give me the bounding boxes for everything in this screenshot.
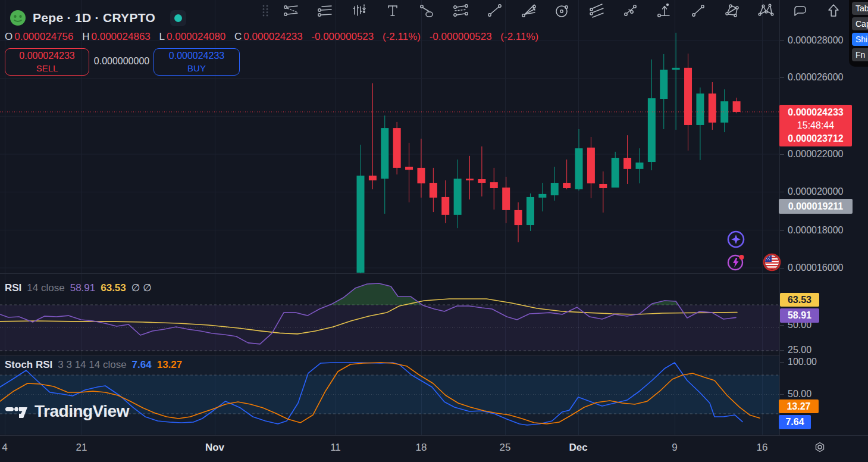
candle[interactable] <box>563 183 571 188</box>
pane-separator-stoch[interactable] <box>0 355 868 356</box>
candle[interactable] <box>599 184 607 188</box>
axis-tick-label: 50.00 <box>788 388 811 400</box>
keyboard-key-fn[interactable]: Fn <box>852 48 868 61</box>
trend-line-icon[interactable] <box>486 2 503 19</box>
buy-button[interactable]: 0.000024233 BUY <box>153 48 240 76</box>
lightning-alerts-icon[interactable] <box>726 252 745 271</box>
tradingview-logo-icon <box>5 403 30 420</box>
crossed-trends-icon[interactable] <box>622 2 638 19</box>
parallel-channel-icon[interactable] <box>452 2 469 19</box>
market-status-button[interactable] <box>170 10 186 26</box>
time-axis-settings-gear-icon[interactable] <box>813 441 827 455</box>
ohlc-l-value: 0.000024080 <box>167 31 225 42</box>
candle[interactable] <box>430 183 437 198</box>
stoch-d-value: 13.27 <box>157 359 183 371</box>
candle[interactable] <box>490 182 498 188</box>
candle[interactable] <box>612 158 619 188</box>
text-tool-icon[interactable] <box>384 2 401 19</box>
candle[interactable] <box>478 179 485 183</box>
rsi-title: RSI <box>5 282 21 294</box>
candle[interactable] <box>660 70 668 99</box>
candle[interactable] <box>502 188 510 210</box>
candle[interactable] <box>381 128 388 179</box>
tradingview-watermark[interactable]: TradingView <box>5 402 129 421</box>
time-tick-label: 9 <box>672 442 677 454</box>
pane-separator-rsi[interactable] <box>0 273 868 274</box>
symbol-title[interactable]: Pepe · 1D · CRYPTO <box>33 11 155 25</box>
ohlc-row: O0.000024756 H0.000024863 L0.000024080 C… <box>5 31 544 43</box>
ohlc-o-label: O <box>5 31 12 42</box>
keyboard-key-tab[interactable]: Tab <box>852 2 868 15</box>
axis-tick-label: 0.000018000 <box>788 224 843 236</box>
candle[interactable] <box>417 168 425 183</box>
time-tick-label: 4 <box>2 442 7 454</box>
time-tick-label: Dec <box>569 442 587 454</box>
stoch-rsi-params: 3 3 14 14 close <box>58 359 126 371</box>
arrow-marker-icon[interactable] <box>825 2 842 19</box>
trend-lines-group-icon[interactable] <box>283 2 299 19</box>
polygon-pattern-icon[interactable] <box>723 2 740 19</box>
candle[interactable] <box>696 93 704 125</box>
candle[interactable] <box>357 176 365 273</box>
axis-tick-label: 0.000028000 <box>788 35 843 46</box>
candle[interactable] <box>515 210 522 225</box>
bars-pattern-icon[interactable] <box>350 2 367 19</box>
candle[interactable] <box>709 93 716 123</box>
sell-price: 0.000024233 <box>19 49 74 62</box>
time-tick-label: 11 <box>330 442 341 454</box>
ohlc-c-label: C <box>234 31 242 42</box>
time-tick-label: 16 <box>757 442 768 454</box>
gann-fan-icon[interactable] <box>520 2 537 19</box>
candle[interactable] <box>648 98 656 162</box>
toolbar-drag-handle-icon[interactable] <box>261 2 270 19</box>
candle[interactable] <box>551 183 559 195</box>
ohlc-h-value: 0.000024863 <box>92 31 151 42</box>
favorites-drawing-toolbar <box>261 1 842 20</box>
vertical-arrow-icon[interactable] <box>656 2 672 19</box>
trend-with-oval-icon[interactable] <box>418 2 435 19</box>
time-axis[interactable]: 421Nov111825Dec916 <box>0 435 868 462</box>
candle[interactable] <box>454 179 462 215</box>
rsi-pane-header[interactable]: RSI 14 close 58.91 63.53 ∅ ∅ <box>5 282 152 294</box>
candle[interactable] <box>369 176 377 180</box>
sell-label: SELL <box>36 62 58 74</box>
keyboard-key-shi[interactable]: Shi <box>852 33 868 46</box>
callout-icon[interactable] <box>791 2 808 19</box>
candle[interactable] <box>587 148 595 183</box>
stoch-rsi-pane-header[interactable]: Stoch RSI 3 3 14 14 close 7.64 13.27 <box>5 359 182 371</box>
two-point-trend-icon[interactable] <box>690 2 706 19</box>
axis-tick-label: 0.000016000 <box>788 262 843 274</box>
last-price-secondary: 0.000023712 <box>779 132 852 145</box>
candle[interactable] <box>405 167 413 170</box>
candle[interactable] <box>575 148 583 189</box>
candle[interactable] <box>466 179 474 180</box>
xabcd-pattern-icon[interactable] <box>757 2 774 19</box>
us-flag-icon[interactable] <box>763 253 782 272</box>
candle[interactable] <box>720 101 728 123</box>
symbol-row: Pepe · 1D · CRYPTO <box>10 10 186 26</box>
gray-price-label: 0.000019211 <box>779 199 853 214</box>
three-diagonals-icon[interactable] <box>588 2 604 19</box>
candle[interactable] <box>684 68 692 125</box>
ohlc-c-value: 0.000024233 <box>243 31 302 42</box>
candle[interactable] <box>672 68 680 70</box>
keyboard-key-cap[interactable]: Cap <box>852 17 868 30</box>
tradingview-chart-window: Pepe · 1D · CRYPTO O0.000024756 H0.00002… <box>0 0 868 462</box>
stoch-d-axis-label: 13.27 <box>779 399 819 413</box>
candle[interactable] <box>538 194 546 198</box>
candle[interactable] <box>527 197 534 225</box>
parallel-lines-icon[interactable] <box>317 2 333 19</box>
sell-button[interactable]: 0.000024233 SELL <box>5 48 89 76</box>
axis-tick-label: 100.00 <box>788 356 817 368</box>
ohlc-l-label: L <box>159 31 165 42</box>
time-tick-label: 25 <box>500 442 511 454</box>
change-absolute: -0.000000523 <box>311 31 374 42</box>
orbit-circle-icon[interactable] <box>554 2 571 19</box>
sparkle-assistant-icon[interactable] <box>726 230 745 249</box>
rsi-ma-axis-label: 63.53 <box>780 293 819 307</box>
candle[interactable] <box>441 197 449 215</box>
candle[interactable] <box>733 101 741 112</box>
candle[interactable] <box>623 158 631 169</box>
candle[interactable] <box>393 128 401 168</box>
candle[interactable] <box>635 163 643 169</box>
